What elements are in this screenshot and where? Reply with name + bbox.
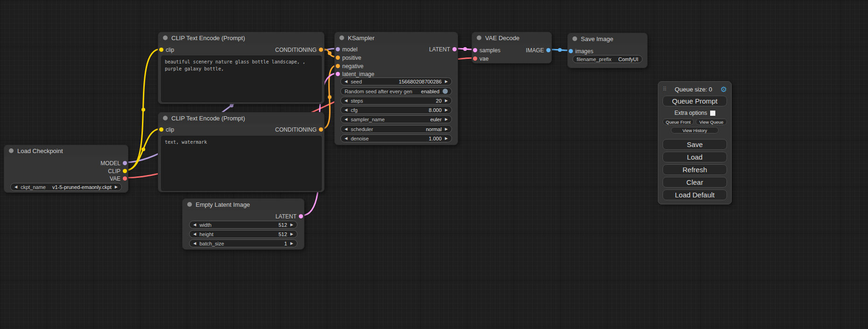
node-load-checkpoint[interactable]: Load Checkpoint MODEL CLIP VAE ◀ ckpt_na… — [4, 145, 128, 193]
decrement-arrow-icon[interactable]: ◀ — [345, 80, 347, 84]
latent-input-dot[interactable] — [336, 72, 340, 76]
batch-size-widget[interactable]: ◀ batch_size 1 ▶ — [189, 239, 297, 247]
node-title-bar[interactable]: VAE Decode — [472, 32, 551, 43]
collapse-dot-icon[interactable] — [187, 202, 192, 207]
model-output-dot[interactable] — [123, 161, 127, 165]
node-title-bar[interactable]: KSampler — [335, 32, 458, 43]
scheduler-widget[interactable]: ◀ scheduler normal ▶ — [340, 125, 452, 133]
filename-prefix-widget[interactable]: filename_prefix ComfyUI — [572, 55, 642, 63]
conditioning-input-dot[interactable] — [336, 56, 340, 60]
negative-prompt-textarea[interactable]: text, watermark — [161, 136, 322, 191]
input-slot-clip[interactable]: clip — [158, 126, 174, 133]
input-slot-vae[interactable]: vae — [472, 55, 488, 63]
increment-arrow-icon[interactable]: ▶ — [445, 118, 448, 121]
latent-input-dot[interactable] — [473, 48, 477, 52]
node-clip-text-encode-negative[interactable]: CLIP Text Encode (Prompt) clip CONDITION… — [158, 112, 325, 192]
clear-button[interactable]: Clear — [663, 177, 727, 188]
extra-options-checkbox[interactable] — [710, 111, 715, 116]
steps-widget[interactable]: ◀ steps 20 ▶ — [340, 97, 452, 105]
vae-input-dot[interactable] — [473, 56, 477, 61]
collapse-dot-icon[interactable] — [339, 35, 344, 40]
input-slot-model[interactable]: model — [335, 45, 358, 53]
view-history-button[interactable]: View History — [671, 127, 719, 133]
decrement-arrow-icon[interactable]: ◀ — [345, 127, 347, 131]
conditioning-output-dot[interactable] — [319, 48, 323, 52]
width-widget[interactable]: ◀ width 512 ▶ — [189, 221, 297, 229]
node-title-bar[interactable]: Load Checkpoint — [4, 145, 128, 156]
queue-prompt-button[interactable]: Queue Prompt — [663, 96, 727, 106]
latent-output-dot[interactable] — [299, 214, 303, 218]
sampler-name-widget[interactable]: ◀ sampler_name euler ▶ — [340, 115, 452, 123]
input-slot-latent-image[interactable]: latent_image — [335, 70, 374, 78]
latent-output-dot[interactable] — [452, 47, 457, 51]
increment-arrow-icon[interactable]: ▶ — [445, 108, 448, 112]
queue-front-button[interactable]: Queue Front — [663, 119, 694, 125]
save-button[interactable]: Save — [663, 139, 727, 150]
decrement-arrow-icon[interactable]: ◀ — [193, 232, 196, 236]
increment-arrow-icon[interactable]: ▶ — [445, 99, 448, 103]
input-slot-positive[interactable]: positive — [335, 54, 361, 62]
conditioning-output-dot[interactable] — [319, 127, 323, 132]
collapse-dot-icon[interactable] — [9, 148, 14, 153]
output-slot-vae[interactable]: VAE — [110, 175, 128, 182]
increment-arrow-icon[interactable]: ▶ — [290, 223, 293, 227]
node-title-bar[interactable]: CLIP Text Encode (Prompt) — [158, 112, 324, 124]
collapse-dot-icon[interactable] — [477, 35, 481, 40]
output-slot-conditioning[interactable]: CONDITIONING — [275, 126, 324, 133]
node-clip-text-encode-positive[interactable]: CLIP Text Encode (Prompt) clip CONDITION… — [158, 32, 325, 104]
output-slot-conditioning[interactable]: CONDITIONING — [275, 46, 324, 54]
node-title-bar[interactable]: CLIP Text Encode (Prompt) — [158, 32, 324, 43]
toggle-knob-icon[interactable] — [443, 89, 448, 94]
input-slot-images[interactable]: images — [568, 47, 593, 55]
vae-output-dot[interactable] — [123, 176, 127, 181]
increment-arrow-icon[interactable]: ▶ — [290, 242, 293, 245]
random-seed-toggle-widget[interactable]: Random seed after every gen enabled — [340, 87, 452, 95]
node-ksampler[interactable]: KSampler model LATENT positive negative … — [334, 32, 458, 145]
image-output-dot[interactable] — [546, 48, 550, 52]
output-slot-latent[interactable]: LATENT — [275, 212, 304, 220]
load-default-button[interactable]: Load Default — [663, 189, 727, 200]
collapse-dot-icon[interactable] — [163, 116, 168, 120]
decrement-arrow-icon[interactable]: ◀ — [193, 242, 196, 245]
clip-input-dot[interactable] — [159, 48, 163, 52]
positive-prompt-textarea[interactable]: beautiful scenery nature glass bottle la… — [161, 56, 322, 102]
decrement-arrow-icon[interactable]: ◀ — [345, 108, 347, 112]
clip-output-dot[interactable] — [123, 169, 127, 173]
increment-arrow-icon[interactable]: ▶ — [115, 185, 118, 189]
input-slot-clip[interactable]: clip — [158, 46, 174, 54]
node-empty-latent-image[interactable]: Empty Latent Image LATENT ◀ width 512 ▶ … — [182, 198, 304, 250]
input-slot-samples[interactable]: samples — [472, 46, 501, 54]
node-title-bar[interactable]: Empty Latent Image — [183, 199, 304, 210]
increment-arrow-icon[interactable]: ▶ — [445, 80, 448, 84]
decrement-arrow-icon[interactable]: ◀ — [345, 118, 347, 121]
output-slot-model[interactable]: MODEL — [100, 159, 128, 167]
node-graph-canvas[interactable]: Load Checkpoint MODEL CLIP VAE ◀ ckpt_na… — [0, 0, 868, 329]
output-slot-clip[interactable]: CLIP — [108, 167, 128, 175]
increment-arrow-icon[interactable]: ▶ — [290, 232, 293, 236]
load-button[interactable]: Load — [663, 152, 727, 162]
decrement-arrow-icon[interactable]: ◀ — [345, 99, 347, 103]
collapse-dot-icon[interactable] — [163, 35, 168, 40]
decrement-arrow-icon[interactable]: ◀ — [345, 137, 347, 140]
conditioning-input-dot[interactable] — [336, 64, 340, 68]
image-input-dot[interactable] — [569, 49, 573, 53]
decrement-arrow-icon[interactable]: ◀ — [14, 185, 17, 189]
drag-handle-icon[interactable]: ⠿ — [663, 86, 667, 92]
node-vae-decode[interactable]: VAE Decode samples IMAGE vae — [472, 32, 552, 63]
increment-arrow-icon[interactable]: ▶ — [445, 137, 448, 140]
input-slot-negative[interactable]: negative — [335, 62, 363, 70]
refresh-button[interactable]: Refresh — [663, 164, 727, 175]
view-queue-button[interactable]: View Queue — [696, 119, 727, 125]
output-slot-image[interactable]: IMAGE — [526, 46, 551, 54]
decrement-arrow-icon[interactable]: ◀ — [193, 223, 196, 227]
ckpt-name-widget[interactable]: ◀ ckpt_name v1-5-pruned-emaonly.ckpt ▶ — [10, 183, 122, 191]
increment-arrow-icon[interactable]: ▶ — [445, 127, 448, 131]
node-save-image[interactable]: Save Image images filename_prefix ComfyU… — [567, 33, 648, 68]
seed-widget[interactable]: ◀ seed 156680208700286 ▶ — [340, 77, 452, 85]
denoise-widget[interactable]: ◀ denoise 1.000 ▶ — [340, 134, 452, 142]
output-slot-latent[interactable]: LATENT — [429, 45, 458, 53]
height-widget[interactable]: ◀ height 512 ▶ — [189, 230, 297, 238]
collapse-dot-icon[interactable] — [572, 36, 577, 41]
clip-input-dot[interactable] — [159, 127, 163, 132]
settings-gear-icon[interactable]: ⚙ — [720, 85, 727, 94]
